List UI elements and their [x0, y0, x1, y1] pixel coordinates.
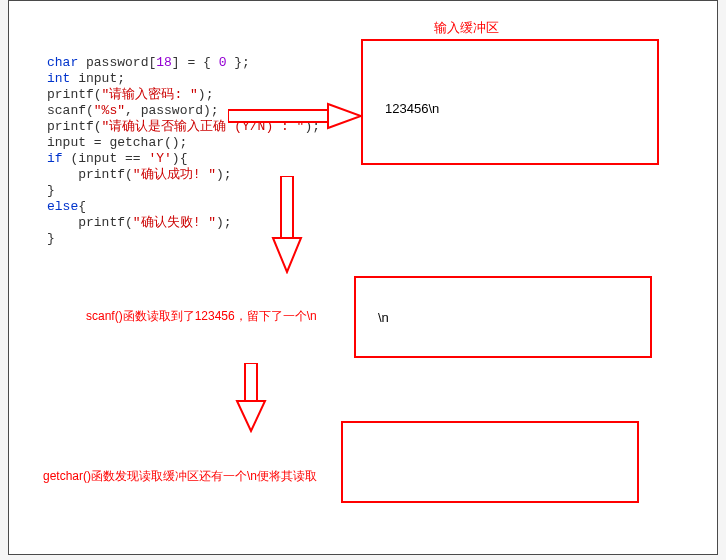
svg-marker-1 [328, 104, 361, 128]
kw-char: char [47, 55, 78, 70]
svg-rect-2 [281, 176, 293, 238]
svg-rect-4 [245, 363, 257, 401]
buffer-box-2: \n [354, 276, 652, 358]
arrow-down-1-icon [269, 176, 305, 278]
kw-int: int [47, 71, 70, 86]
buffer-2-content: \n [378, 310, 389, 325]
caption-scanf: scanf()函数读取到了123456，留下了一个\n [86, 308, 317, 325]
caption-getchar: getchar()函数发现读取缓冲区还有一个\n便将其读取 [43, 468, 317, 485]
buffer-1-content: 123456\n [385, 101, 439, 116]
svg-rect-0 [228, 110, 328, 122]
buffer-box-1: 123456\n [361, 39, 659, 165]
buffer-title: 输入缓冲区 [434, 19, 499, 37]
buffer-box-3 [341, 421, 639, 503]
svg-marker-5 [237, 401, 265, 431]
svg-marker-3 [273, 238, 301, 272]
arrow-right-icon [228, 101, 363, 135]
diagram-canvas: char password[18] = { 0 }; int input; pr… [8, 0, 718, 555]
arrow-down-2-icon [233, 363, 269, 437]
